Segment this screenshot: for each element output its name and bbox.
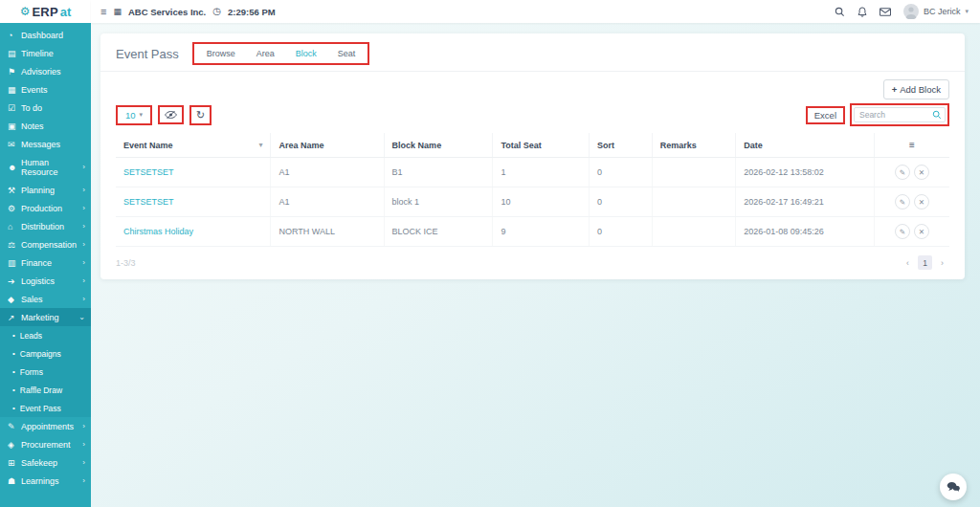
tab-block[interactable]: Block — [296, 49, 317, 58]
sidebar-item-label: To do — [21, 103, 85, 113]
column-header-total-seat[interactable]: Total Seat — [493, 133, 590, 158]
refresh-button[interactable]: ↻ — [191, 107, 210, 123]
sidebar-item-appointments[interactable]: ✎ Appointments › — [0, 417, 91, 435]
sidebar-item-label: Advisories — [21, 67, 85, 77]
column-header-event-name[interactable]: Event Name ▾ — [116, 133, 271, 158]
card-body: + Add Block 10 ▾ — [100, 72, 965, 279]
sidebar-item-dashboard[interactable]: ◔ Dashboard — [0, 26, 91, 44]
delete-button[interactable]: ✕ — [914, 194, 929, 209]
topbar: ≡ ▦ ABC Services Inc. ◷ 2:29:56 PM — [91, 0, 980, 23]
event-name-link[interactable]: SETSETSET — [123, 197, 174, 207]
tab-seat[interactable]: Seat — [338, 49, 356, 58]
sidebar-item-forms[interactable]: • Forms — [0, 363, 91, 381]
sidebar-item-finance[interactable]: ▥ Finance › — [0, 254, 91, 272]
hamburger-menu-icon[interactable]: ≡ — [100, 7, 106, 17]
bell-icon[interactable] — [858, 7, 867, 17]
search-icon[interactable] — [835, 7, 845, 17]
sidebar-item-label: Safekeep — [21, 458, 80, 468]
sidebar-item-safekeep[interactable]: ⊞ Safekeep › — [0, 453, 91, 472]
pagination-prev-button[interactable]: ‹ — [901, 255, 915, 270]
edit-button[interactable]: ✎ — [895, 165, 910, 180]
edit-button[interactable]: ✎ — [895, 194, 910, 209]
block-name-cell: BLOCK ICE — [384, 217, 493, 247]
chevron-right-icon: › — [80, 186, 85, 194]
chevron-right-icon: › — [80, 422, 85, 430]
bullet-icon: • — [12, 331, 15, 340]
dashboard-icon: ◔ — [8, 31, 21, 40]
refresh-button-box: ↻ — [189, 105, 212, 125]
sidebar-item-procurement[interactable]: ◈ Procurement › — [0, 435, 91, 453]
sidebar-item-label: Compensation — [21, 240, 80, 250]
sidebar-item-notes[interactable]: ▣ Notes — [0, 117, 91, 135]
chart-line-icon: ↗ — [8, 313, 21, 322]
pagination-summary: 1-3/3 — [116, 258, 136, 268]
sidebar-item-label: Production — [21, 204, 80, 213]
sidebar-item-learnings[interactable]: ☗ Learnings › — [0, 472, 91, 490]
sidebar-subitem-label: Event Pass — [20, 404, 61, 413]
sidebar-item-label: Notes — [21, 121, 85, 131]
user-menu[interactable]: BC Jerick ▾ — [903, 4, 969, 19]
bullet-icon: • — [12, 349, 15, 358]
sidebar-item-planning[interactable]: ⚒ Planning › — [0, 181, 91, 199]
pagination-next-button[interactable]: › — [935, 255, 949, 270]
main-column: ≡ ▦ ABC Services Inc. ◷ 2:29:56 PM — [91, 0, 980, 507]
chevron-down-icon: ⌄ — [77, 313, 85, 321]
eye-slash-icon — [165, 110, 177, 120]
chat-button[interactable] — [940, 474, 967, 500]
sidebar-item-logistics[interactable]: ➔ Logistics › — [0, 272, 91, 290]
column-header-remarks[interactable]: Remarks — [652, 133, 736, 158]
event-name-link[interactable]: Chirstmas Holiday — [123, 227, 193, 236]
search-icon[interactable] — [932, 110, 942, 120]
sidebar-item-event-pass[interactable]: • Event Pass — [0, 399, 91, 417]
sidebar-item-leads[interactable]: • Leads — [0, 326, 91, 344]
sidebar-item-raffle-draw[interactable]: • Raffle Draw — [0, 381, 91, 399]
sidebar-item-sales[interactable]: ◆ Sales › — [0, 290, 91, 308]
sidebar-item-compensation[interactable]: ⚖ Compensation › — [0, 235, 91, 254]
main-content: Event Pass Browse Area Block Seat + Add … — [91, 23, 980, 507]
current-time: 2:29:56 PM — [228, 7, 276, 17]
add-block-button[interactable]: + Add Block — [883, 79, 949, 99]
pagination-page-1[interactable]: 1 — [918, 255, 932, 270]
app-logo[interactable]: ⚙ ERPat — [0, 0, 91, 23]
mail-icon[interactable] — [880, 8, 891, 16]
column-header-area-name[interactable]: Area Name — [271, 133, 384, 158]
plus-icon: + — [892, 84, 898, 95]
column-header-sort[interactable]: Sort — [590, 133, 653, 158]
chevron-right-icon: › — [80, 476, 85, 485]
sidebar-item-events[interactable]: ▦ Events — [0, 80, 91, 99]
edit-button[interactable]: ✎ — [895, 224, 910, 239]
column-header-date[interactable]: Date — [736, 133, 874, 158]
briefcase-icon: ⚒ — [8, 186, 21, 195]
sidebar-item-advisories[interactable]: ⚑ Advisories — [0, 62, 91, 80]
sidebar-item-timeline[interactable]: ▤ Timeline — [0, 44, 91, 62]
sort-caret-icon: ▾ — [258, 141, 262, 149]
scales-icon: ⚖ — [8, 240, 21, 250]
excel-export-button[interactable]: Excel — [806, 106, 845, 124]
sidebar-item-todo[interactable]: ☑ To do — [0, 99, 91, 117]
sidebar-item-campaigns[interactable]: • Campaigns — [0, 344, 91, 363]
sidebar-item-distribution[interactable]: ⌂ Distribution › — [0, 217, 91, 235]
bullet-icon: • — [12, 404, 15, 412]
chevron-right-icon: › — [80, 440, 85, 449]
delete-button[interactable]: ✕ — [914, 165, 929, 180]
user-name: BC Jerick — [924, 7, 961, 16]
sidebar-item-marketing[interactable]: ↗ Marketing ⌄ — [0, 308, 91, 326]
sort-cell: 0 — [590, 187, 653, 217]
event-name-link[interactable]: SETSETSET — [123, 167, 174, 177]
column-header-block-name[interactable]: Block Name — [384, 133, 493, 158]
note-icon: ▣ — [8, 121, 21, 131]
tab-browse[interactable]: Browse — [207, 49, 235, 58]
sidebar-item-messages[interactable]: ✉ Messages — [0, 135, 91, 153]
page-size-select[interactable]: 10 ▾ — [116, 105, 152, 125]
sidebar-item-production[interactable]: ⚙ Production › — [0, 199, 91, 217]
envelope-icon: ✉ — [8, 140, 21, 149]
cart-icon: ◆ — [8, 295, 21, 304]
bullet-icon: • — [12, 386, 15, 394]
sidebar-item-human-resource[interactable]: ☻ Human Resource › — [0, 153, 91, 181]
table-controls: 10 ▾ ↻ Excel — [116, 103, 949, 126]
caret-down-icon: ▾ — [965, 8, 969, 15]
column-settings-button[interactable]: ≡ — [874, 133, 949, 158]
tab-area[interactable]: Area — [256, 49, 275, 58]
delete-button[interactable]: ✕ — [914, 224, 929, 239]
column-visibility-button[interactable] — [158, 105, 184, 124]
